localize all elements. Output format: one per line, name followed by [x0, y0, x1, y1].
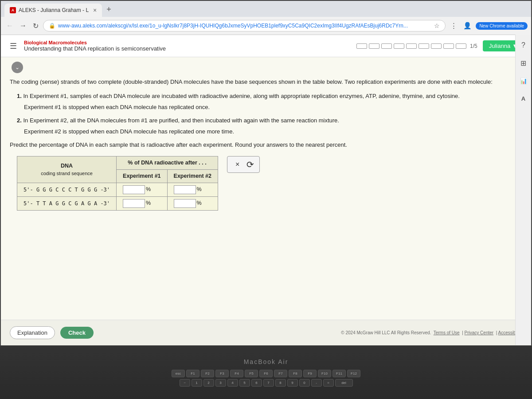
tab-bar: A ALEKS - Julianna Graham - L × +	[1, 1, 531, 17]
key-5: 5	[239, 379, 250, 387]
exp2-header: Experiment #2	[167, 169, 218, 183]
progress-seg-4	[394, 43, 404, 49]
topic-category: Biological Macromolecules	[24, 40, 166, 45]
progress-seg-8	[443, 43, 454, 49]
percent-sign-3: %	[146, 199, 151, 207]
right-sidebar: ? ⊞ 📊 A	[515, 35, 531, 345]
url-text: www-awu.aleks.com/alekscgi/x/lsl.exe/1o_…	[58, 23, 431, 29]
help-icon[interactable]: ?	[517, 39, 530, 51]
key-f8: F8	[289, 370, 302, 377]
key-7: 7	[263, 379, 274, 387]
col2-header: % of DNA radioactive after . . .	[117, 156, 218, 170]
key-f12: F12	[347, 370, 360, 377]
key-f7: F7	[274, 370, 287, 377]
explanation-button[interactable]: Explanation	[10, 326, 55, 339]
topic-title: Understanding that DNA replication is se…	[24, 45, 166, 52]
seq2-exp2-input[interactable]	[174, 199, 196, 208]
item2-label: 2.	[17, 117, 22, 124]
key-4: 4	[227, 379, 238, 387]
key-3: 3	[215, 379, 226, 387]
progress-seg-2	[369, 43, 379, 49]
percent-sign-2: %	[197, 185, 202, 194]
dna-table-section: DNA coding strand sequence % of DNA radi…	[17, 156, 509, 211]
key-f4: F4	[230, 370, 243, 377]
dna-table: DNA coding strand sequence % of DNA radi…	[17, 156, 218, 211]
progress-seg-3	[381, 43, 392, 49]
keyboard-row-fn: esc F1 F2 F3 F4 F5 F6 F7 F8 F9 F10 F11 F…	[172, 370, 360, 377]
progress-bar: 1/5	[356, 43, 477, 49]
copyright-text: © 2024 McGraw Hill LLC All Rights Reserv…	[341, 330, 431, 335]
key-equals: =	[323, 379, 334, 387]
seq2-exp1-input[interactable]	[123, 199, 145, 208]
address-bar: ← → ↻ 🔒 www-awu.aleks.com/alekscgi/x/lsl…	[1, 17, 531, 35]
bookmark-icon[interactable]: ☆	[434, 22, 440, 29]
main-content: ⌄ The coding (sense) strands of two comp…	[1, 57, 531, 320]
item2-text: In Experiment #2, all the DNA molecules …	[23, 117, 339, 124]
table-row: 5'- T T A G G C G A G A -3' %	[17, 196, 218, 210]
aleks-container: ☰ Biological Macromolecules Understandin…	[1, 35, 531, 345]
grid-icon[interactable]: ⊞	[517, 57, 530, 69]
progress-seg-7	[431, 43, 442, 49]
item1-label: 1.	[17, 93, 22, 99]
back-button[interactable]: ←	[4, 21, 15, 31]
forward-button[interactable]: →	[18, 21, 28, 31]
privacy-link[interactable]: Privacy Center	[465, 330, 494, 335]
keyboard-row-num: ~ 1 2 3 4 5 6 7 8 9 0 - = del	[180, 379, 353, 387]
reset-button[interactable]: ⟲	[246, 159, 254, 170]
collapse-button[interactable]: ⌄	[12, 62, 23, 73]
table-row: 5'- G G G C C C T G G G -3' %	[17, 183, 218, 196]
exp1-header: Experiment #1	[117, 169, 167, 183]
user-name: Julianna	[489, 43, 510, 49]
active-tab[interactable]: A ALEKS - Julianna Graham - L ×	[4, 4, 102, 17]
check-button[interactable]: Check	[60, 327, 94, 339]
percent-sign-4: %	[197, 199, 202, 207]
key-f5: F5	[245, 370, 258, 377]
key-f6: F6	[259, 370, 273, 377]
item2: 2. In Experiment #2, all the DNA molecul…	[17, 116, 509, 125]
seq1-exp2-cell[interactable]: %	[167, 183, 218, 196]
key-8: 8	[275, 379, 286, 387]
seq1-exp1-cell[interactable]: %	[117, 183, 167, 196]
terms-link[interactable]: Terms of Use	[434, 330, 460, 335]
key-minus: -	[311, 379, 322, 387]
seq2-exp1-cell[interactable]: %	[117, 196, 167, 210]
item1: 1. In Experiment #1, samples of each DNA…	[17, 92, 509, 101]
key-1: 1	[192, 379, 202, 387]
key-delete: del	[335, 379, 353, 387]
aleks-topic: Biological Macromolecules Understanding …	[24, 40, 166, 52]
keyboard-area: MacBook Air esc F1 F2 F3 F4 F5 F6 F7 F8 …	[0, 346, 532, 399]
progress-seg-5	[406, 43, 417, 49]
key-f9: F9	[303, 370, 317, 377]
new-chrome-badge[interactable]: New Chrome available	[476, 22, 528, 30]
predict-text: Predict the percentage of DNA in each sa…	[10, 141, 509, 149]
seq2-exp2-cell[interactable]: %	[167, 196, 218, 210]
item1-text: In Experiment #1, samples of each DNA mo…	[23, 93, 459, 99]
new-tab-button[interactable]: +	[102, 2, 116, 17]
aleks-topbar: ☰ Biological Macromolecules Understandin…	[1, 35, 531, 57]
refresh-button[interactable]: ↻	[31, 21, 40, 31]
seq2-cell: 5'- T T A G G C G A G A -3'	[17, 196, 117, 210]
footer: © 2024 McGraw Hill LLC All Rights Reserv…	[99, 330, 522, 335]
seq1-exp1-input[interactable]	[123, 185, 145, 194]
clear-button[interactable]: ×	[233, 160, 242, 169]
profile-button[interactable]: 👤	[461, 20, 474, 31]
key-6: 6	[251, 379, 262, 387]
hamburger-menu[interactable]: ☰	[8, 39, 19, 53]
key-esc: esc	[172, 370, 185, 377]
url-input[interactable]: 🔒 www-awu.aleks.com/alekscgi/x/lsl.exe/1…	[43, 20, 446, 31]
key-tilde: ~	[180, 379, 190, 387]
tab-title: ALEKS - Julianna Graham - L	[19, 7, 89, 13]
progress-seg-1	[356, 43, 367, 49]
text-size-icon[interactable]: A	[517, 92, 530, 105]
percent-sign-1: %	[146, 185, 151, 194]
key-2: 2	[203, 379, 214, 387]
key-f10: F10	[318, 370, 331, 377]
tab-close-button[interactable]: ×	[93, 7, 97, 14]
chrome-menu-button[interactable]: ⋮	[448, 20, 459, 31]
key-f2: F2	[201, 370, 214, 377]
chart-icon[interactable]: 📊	[517, 74, 530, 87]
item1-stopped: Experiment #1 is stopped when each DNA m…	[24, 103, 509, 112]
x-reset-box: × ⟲	[227, 156, 260, 173]
seq1-exp2-input[interactable]	[174, 185, 196, 194]
item2-stopped: Experiment #2 is stopped when each DNA m…	[24, 127, 509, 136]
